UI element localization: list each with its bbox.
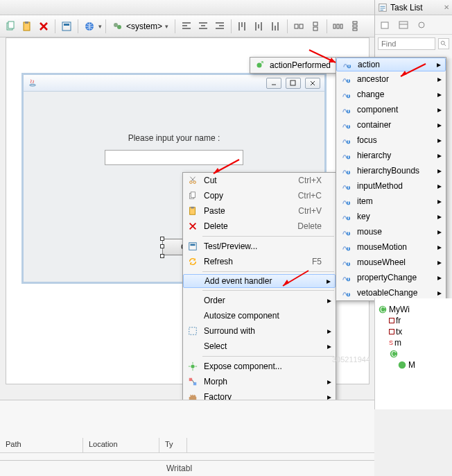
system-selector[interactable]: <system> ▾ (110, 19, 171, 34)
svg-rect-34 (191, 244, 195, 246)
hspace-icon[interactable] (331, 19, 346, 34)
svg-point-81 (399, 362, 406, 369)
event-container[interactable]: icontainer▸ (336, 117, 446, 133)
maximize-button[interactable] (286, 78, 301, 89)
event-action[interactable]: iaction▸ (336, 58, 446, 71)
sync-icon[interactable] (414, 17, 429, 33)
svg-text:i: i (348, 60, 349, 69)
svg-rect-32 (191, 207, 193, 209)
event-key[interactable]: ikey▸ (336, 209, 446, 224)
close-icon[interactable]: ✕ (444, 3, 449, 11)
menu-cut[interactable]: CutCtrl+X (183, 173, 336, 188)
paste-icon[interactable] (19, 19, 35, 34)
menu-paste[interactable]: PasteCtrl+V (183, 203, 336, 219)
tree-node[interactable]: fr (378, 315, 449, 326)
svg-rect-18 (353, 22, 357, 24)
task-find-input[interactable] (378, 37, 435, 50)
event-hierarchyBounds[interactable]: ihierarchyBounds▸ (336, 163, 446, 178)
event-mouseWheel[interactable]: imouseWheel▸ (336, 255, 446, 270)
event-handler-submenu: iaction▸iancestor▸ichange▸icomponent▸ico… (336, 57, 446, 301)
svg-point-9 (114, 23, 118, 27)
svg-point-44 (257, 63, 261, 68)
col-location[interactable]: Location (83, 438, 159, 452)
menu-refresh[interactable]: RefreshF5 (183, 254, 336, 269)
align-bottom-icon[interactable] (268, 19, 284, 34)
same-width-icon[interactable] (291, 19, 306, 34)
search-icon[interactable] (438, 38, 449, 49)
event-component[interactable]: icomponent▸ (336, 102, 446, 117)
menu-surround[interactable]: Surround with▸ (183, 323, 336, 339)
same-height-icon[interactable] (308, 19, 323, 34)
col-path[interactable]: Path (0, 438, 83, 452)
svg-rect-22 (381, 22, 388, 28)
globe-icon[interactable] (82, 19, 97, 34)
event-change[interactable]: ichange▸ (336, 87, 446, 102)
event-ancestor[interactable]: iancestor▸ (336, 71, 446, 87)
align-left-icon[interactable] (179, 19, 194, 34)
svg-text:i: i (347, 151, 349, 160)
tree-node[interactable]: M (378, 359, 449, 371)
menu-expose[interactable]: Expose component... (183, 359, 336, 374)
categorize-icon[interactable] (396, 17, 411, 33)
copy-icon[interactable] (3, 19, 18, 34)
event-mouseMotion[interactable]: imouseMotion▸ (336, 239, 446, 255)
svg-rect-20 (353, 28, 357, 31)
align-middle-icon[interactable] (252, 19, 267, 34)
menu-select[interactable]: Select▸ (183, 339, 336, 354)
menu-add-event-handler[interactable]: Add event handler▸ (183, 274, 336, 288)
svg-rect-5 (25, 22, 28, 24)
svg-rect-13 (313, 22, 318, 26)
svg-rect-11 (295, 24, 298, 28)
task-list-panel: Task List ✕ (374, 0, 452, 58)
system-label: <system> (126, 22, 162, 31)
svg-text:i: i (347, 258, 349, 266)
menu-copy[interactable]: CopyCtrl+C (183, 188, 336, 203)
outline-tree: CMyWi fr tx Sm C M (374, 298, 452, 409)
event-hierarchy[interactable]: ihierarchy▸ (336, 148, 446, 163)
delete-icon[interactable] (36, 19, 51, 34)
preview-icon[interactable] (59, 19, 74, 34)
menu-action-performed[interactable]: actionPerformed (250, 58, 336, 73)
menu-morph[interactable]: Morph▸ (183, 374, 336, 389)
vspace-icon[interactable] (347, 19, 363, 34)
svg-rect-17 (340, 24, 342, 28)
svg-rect-16 (337, 24, 339, 28)
col-type[interactable]: Ty (159, 438, 187, 452)
watermark: 305211944 (332, 355, 370, 364)
svg-text:i: i (347, 167, 349, 175)
tree-node[interactable]: tx (378, 326, 449, 337)
svg-point-10 (117, 25, 121, 29)
event-propertyChange[interactable]: ipropertyChange▸ (336, 270, 446, 285)
svg-rect-23 (399, 22, 408, 28)
task-list-icon (378, 3, 388, 12)
resize-handle[interactable] (160, 237, 164, 241)
align-top-icon[interactable] (235, 19, 250, 34)
event-focus[interactable]: ifocus▸ (336, 133, 446, 148)
resize-handle[interactable] (160, 254, 164, 258)
menu-test-preview[interactable]: Test/Preview... (183, 239, 336, 254)
event-item[interactable]: iitem▸ (336, 194, 446, 209)
name-input[interactable] (105, 150, 243, 165)
svg-rect-3 (8, 22, 14, 28)
menu-autosize[interactable]: Autosize component (183, 308, 336, 323)
svg-text:i: i (347, 90, 349, 99)
tree-node[interactable]: CMyWi (378, 304, 449, 315)
svg-point-25 (30, 84, 36, 86)
svg-text:i: i (347, 136, 349, 144)
new-task-icon[interactable] (378, 17, 393, 33)
tree-node[interactable]: Sm (378, 337, 449, 348)
minimize-button[interactable] (266, 78, 281, 89)
close-button[interactable] (305, 78, 320, 89)
svg-rect-30 (191, 192, 195, 198)
menu-delete[interactable]: DeleteDelete (183, 219, 336, 234)
svg-rect-35 (189, 328, 197, 335)
resize-handle[interactable] (160, 244, 164, 248)
event-inputMethod[interactable]: iinputMethod▸ (336, 178, 446, 194)
tree-node[interactable]: C (378, 348, 449, 359)
menu-order[interactable]: Order▸ (183, 293, 336, 308)
svg-text:i: i (347, 289, 349, 297)
event-mouse[interactable]: imouse▸ (336, 224, 446, 239)
svg-rect-26 (290, 80, 295, 85)
align-right-icon[interactable] (212, 19, 227, 34)
align-center-icon[interactable] (195, 19, 211, 34)
